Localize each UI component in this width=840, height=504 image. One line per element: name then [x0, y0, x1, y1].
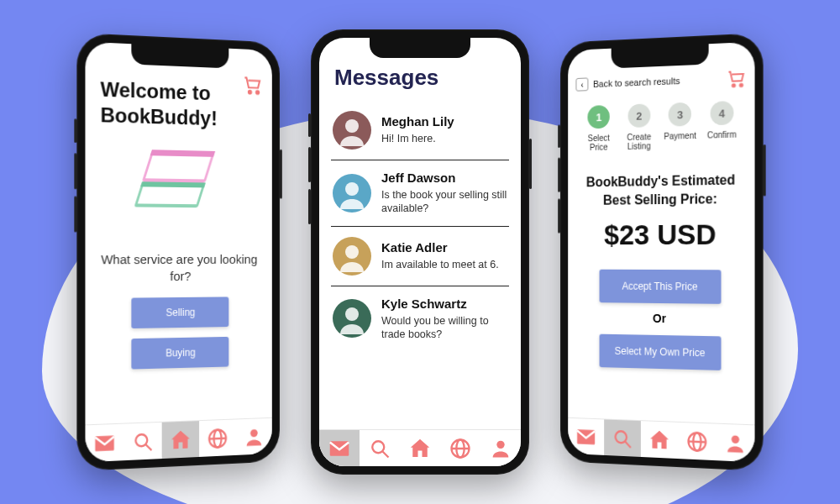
- home-icon: [648, 427, 672, 453]
- svg-line-21: [383, 451, 389, 457]
- nav-search[interactable]: [123, 423, 161, 460]
- phone-welcome: Welcome to BookBuddy!: [76, 33, 280, 471]
- svg-point-25: [496, 440, 504, 448]
- svg-point-26: [732, 84, 735, 87]
- progress-steps: 1Select Price2Create Listing3Payment4Con…: [579, 101, 743, 153]
- nav-globe[interactable]: [440, 430, 480, 466]
- svg-point-0: [249, 91, 251, 94]
- svg-line-33: [689, 441, 706, 442]
- messages-list: Meghan Lily Hi! Im here. Jeff Dawson Is …: [331, 101, 509, 351]
- person-icon: [243, 424, 265, 449]
- welcome-title: Welcome to BookBuddy!: [101, 76, 261, 132]
- svg-point-29: [616, 431, 627, 443]
- search-icon: [368, 437, 391, 460]
- thread-name: Jeff Dawson: [381, 171, 507, 185]
- books-illustration: [97, 140, 261, 235]
- thread-preview: Is the book your selling still available…: [381, 188, 507, 216]
- back-link[interactable]: ‹ Back to search results: [575, 74, 680, 92]
- step-1[interactable]: 1Select Price: [580, 105, 617, 153]
- message-thread[interactable]: Kyle Schwartz Would you be willing to tr…: [331, 286, 509, 352]
- or-label: Or: [579, 310, 743, 326]
- step-4[interactable]: 4Confirm: [701, 101, 742, 150]
- svg-point-14: [250, 428, 258, 437]
- step-dot: 2: [627, 103, 650, 128]
- nav-search[interactable]: [360, 430, 400, 466]
- nav-home[interactable]: [641, 421, 678, 459]
- mail-icon: [327, 436, 352, 461]
- home-icon: [407, 436, 433, 461]
- svg-point-20: [372, 441, 384, 453]
- nav-home[interactable]: [400, 430, 440, 466]
- buying-button[interactable]: Buying: [131, 336, 228, 369]
- phone-messages: Messages Meghan Lily Hi! Im here. Jeff D…: [311, 29, 529, 475]
- message-thread[interactable]: Meghan Lily Hi! Im here.: [331, 101, 509, 160]
- nav-mail[interactable]: [568, 418, 604, 455]
- person-icon: [723, 431, 747, 456]
- svg-point-34: [732, 435, 739, 444]
- globe-icon: [207, 426, 229, 450]
- bottom-nav: [568, 417, 754, 463]
- phone-price: ‹ Back to search results 1Select Price2C…: [560, 33, 764, 471]
- select-own-price-button[interactable]: Select My Own Price: [600, 333, 722, 370]
- cart-icon[interactable]: [726, 68, 746, 89]
- svg-point-18: [345, 307, 359, 321]
- step-2[interactable]: 2Create Listing: [620, 103, 659, 151]
- avatar: [333, 299, 371, 338]
- bottom-nav: [319, 429, 521, 466]
- thread-preview: Would you be willing to trade books?: [381, 314, 507, 342]
- nav-person[interactable]: [236, 418, 272, 455]
- price-headline: BookBuddy's Estimated Best Selling Price…: [585, 171, 737, 210]
- step-3[interactable]: 3Payment: [660, 102, 700, 150]
- avatar: [333, 111, 371, 150]
- thread-preview: Hi! Im here.: [381, 132, 454, 145]
- svg-point-1: [256, 91, 259, 94]
- service-prompt: What service are you looking for?: [97, 251, 261, 286]
- chevron-left-icon: ‹: [575, 77, 588, 91]
- svg-point-16: [345, 182, 359, 196]
- selling-button[interactable]: Selling: [131, 297, 228, 328]
- step-dot: 1: [588, 105, 610, 129]
- home-icon: [168, 427, 192, 453]
- svg-point-15: [345, 119, 359, 133]
- svg-rect-4: [138, 186, 202, 204]
- back-label: Back to search results: [593, 76, 680, 89]
- step-label: Create Listing: [620, 132, 659, 151]
- nav-globe[interactable]: [199, 419, 236, 457]
- svg-point-17: [345, 245, 359, 259]
- step-dot: 3: [669, 102, 691, 127]
- svg-rect-3: [140, 181, 206, 187]
- thread-name: Meghan Lily: [381, 114, 454, 129]
- messages-title: Messages: [334, 65, 509, 91]
- step-label: Payment: [660, 131, 700, 141]
- nav-search[interactable]: [604, 419, 641, 457]
- svg-line-30: [625, 441, 631, 447]
- avatar: [333, 174, 371, 213]
- svg-line-10: [146, 444, 152, 449]
- nav-globe[interactable]: [678, 423, 716, 460]
- nav-mail[interactable]: [319, 430, 360, 466]
- nav-person[interactable]: [717, 424, 755, 463]
- mail-icon: [92, 430, 118, 457]
- estimated-price: $23 USD: [579, 218, 743, 251]
- nav-home[interactable]: [162, 421, 199, 459]
- person-icon: [489, 437, 512, 460]
- step-dot: 4: [710, 101, 733, 125]
- cart-icon[interactable]: [242, 74, 262, 97]
- nav-person[interactable]: [480, 430, 521, 466]
- search-icon: [131, 429, 155, 454]
- bottom-nav: [85, 417, 271, 463]
- avatar: [333, 237, 371, 276]
- step-label: Confirm: [701, 129, 742, 139]
- search-icon: [612, 426, 634, 450]
- globe-icon: [449, 437, 472, 460]
- thread-preview: Im available to meet at 6.: [381, 258, 499, 271]
- message-thread[interactable]: Jeff Dawson Is the book your selling sti…: [331, 160, 509, 227]
- step-label: Select Price: [580, 133, 617, 152]
- svg-point-27: [740, 84, 743, 87]
- nav-mail[interactable]: [85, 424, 123, 463]
- thread-name: Kyle Schwartz: [381, 297, 507, 311]
- message-thread[interactable]: Katie Adler Im available to meet at 6.: [331, 227, 509, 286]
- svg-line-13: [209, 438, 226, 438]
- thread-name: Katie Adler: [381, 240, 499, 255]
- accept-price-button[interactable]: Accept This Price: [600, 269, 722, 303]
